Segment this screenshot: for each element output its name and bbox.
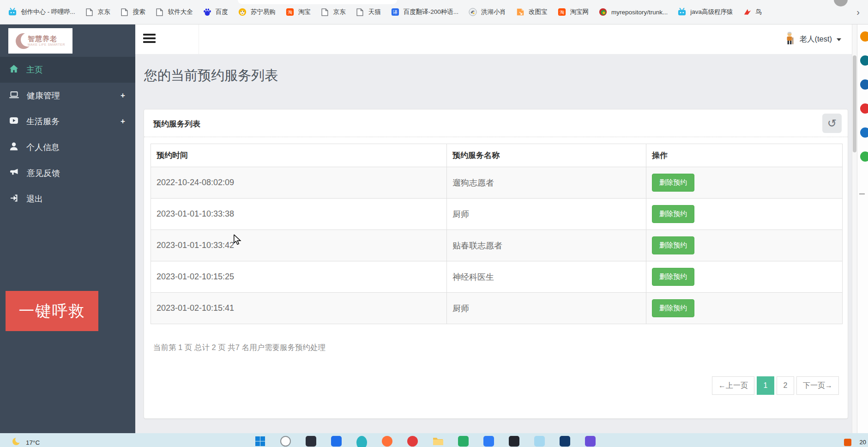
app-red-icon[interactable] xyxy=(407,436,418,447)
wechat-icon[interactable] xyxy=(458,436,469,447)
sidebar-item-label: 意见反馈 xyxy=(27,168,60,179)
ext-orange-icon[interactable] xyxy=(860,31,868,42)
bookmark-label: 天猫 xyxy=(368,8,381,16)
taskbar-weather[interactable]: 17°C xyxy=(11,436,40,447)
cell-service-name: 神经科医生 xyxy=(447,261,646,293)
menu-toggle-button[interactable] xyxy=(143,33,156,45)
bookmark-label: 鸟 xyxy=(756,8,762,16)
baidu-icon xyxy=(203,8,211,16)
search-icon[interactable] xyxy=(280,436,291,447)
page-button[interactable]: 1 xyxy=(757,376,774,395)
page-scrollbar[interactable] xyxy=(852,24,857,433)
app-dark-icon[interactable] xyxy=(306,436,316,447)
app-black-icon[interactable] xyxy=(509,436,519,447)
delete-appointment-button[interactable]: 删除预约 xyxy=(652,174,694,192)
user-dropdown[interactable]: 老人(test) xyxy=(782,24,844,54)
refresh-button[interactable]: ↺ xyxy=(822,114,842,133)
bookmark-item[interactable]: 京东 xyxy=(82,5,114,19)
app-purple-icon[interactable] xyxy=(585,436,596,447)
sidebar-item-megaphone[interactable]: 意见反馈 xyxy=(0,160,135,186)
bird-gray-icon xyxy=(469,8,477,16)
user-icon xyxy=(9,142,18,153)
delete-appointment-button[interactable]: 删除预约 xyxy=(652,299,694,317)
cell-action: 删除预约 xyxy=(646,167,843,199)
bookmark-label: 淘宝网 xyxy=(570,8,589,16)
tray-app-icon[interactable] xyxy=(844,439,851,446)
windows-start-icon[interactable] xyxy=(255,436,265,447)
column-header: 预约时间 xyxy=(151,144,447,167)
sidebar-item-monitor[interactable]: 健康管理+ xyxy=(0,83,135,109)
sidebar-item-user[interactable]: 个人信息 xyxy=(0,134,135,160)
app-lightblue-icon[interactable] xyxy=(534,436,545,447)
megaphone-icon xyxy=(9,168,19,179)
app-blue2-icon[interactable] xyxy=(483,436,494,447)
ext-blue-icon[interactable] xyxy=(860,79,868,90)
bookmark-item[interactable]: 淘淘宝 xyxy=(282,5,314,19)
bookmark-item[interactable]: 苏宁易购 xyxy=(235,5,279,19)
bookmarks-overflow-chevron[interactable]: › xyxy=(853,7,863,18)
cell-appointment-time: 2022-10-24-08:02:09 xyxy=(151,167,447,199)
bookmarks-bar: 创作中心 - 哔哩哔...京东搜索软件大全百度苏宁易购淘淘宝京东天猫译百度翻译-… xyxy=(0,0,868,24)
bookmark-item[interactable]: java高级程序猿 xyxy=(674,5,736,19)
column-header: 预约服务名称 xyxy=(447,144,646,167)
bookmark-label: 洪湖小肖 xyxy=(481,8,506,16)
ext-blue2-icon[interactable] xyxy=(860,127,868,138)
sidebar-item-label: 生活服务 xyxy=(26,116,60,127)
page-icon xyxy=(356,8,364,16)
ext-red-icon[interactable] xyxy=(860,103,868,114)
bookmark-item[interactable]: 洪湖小肖 xyxy=(465,5,510,19)
app-logo[interactable]: 智慧养老 MAKE LIFE SMARTER xyxy=(8,28,72,54)
extensions-divider xyxy=(859,193,865,194)
bookmark-label: java高级程序猿 xyxy=(690,8,733,16)
bookmark-item[interactable]: 百度 xyxy=(199,5,232,19)
page-icon xyxy=(85,8,94,16)
ext-green-icon[interactable] xyxy=(860,151,868,162)
sidebar: 智慧养老 MAKE LIFE SMARTER 主页健康管理+生活服务+个人信息意… xyxy=(0,24,135,433)
bookmark-item[interactable]: 鸟 xyxy=(740,5,766,19)
bookmark-label: 京东 xyxy=(98,8,110,16)
firefox-icon[interactable] xyxy=(382,436,392,447)
translate-icon: 译 xyxy=(391,8,399,16)
delete-appointment-button[interactable]: 删除预约 xyxy=(652,205,694,223)
table-row: 2022-10-24-08:02:09遛狗志愿者删除预约 xyxy=(151,167,843,199)
bookmark-item[interactable]: 淘淘宝网 xyxy=(554,5,593,19)
chevron-down-icon xyxy=(837,38,841,41)
folder-icon[interactable] xyxy=(433,436,443,447)
sidebar-item-home[interactable]: 主页 xyxy=(0,57,135,83)
bookmark-item[interactable]: 搜索 xyxy=(117,5,149,19)
sos-call-button[interactable]: 一键呼救 xyxy=(6,291,98,331)
column-header: 操作 xyxy=(646,144,843,167)
table-row: 2023-01-01-10:33:42贴春联志愿者删除预约 xyxy=(151,230,843,261)
next-page-button[interactable]: 下一页→ xyxy=(796,376,839,395)
bookmark-item[interactable]: myrepository/trunk... xyxy=(595,5,671,19)
sidebar-item-signout[interactable]: 退出 xyxy=(0,186,135,212)
edge-browser-icon[interactable] xyxy=(356,436,367,447)
ext-teal-icon[interactable] xyxy=(860,55,868,66)
cell-service-name: 遛狗志愿者 xyxy=(447,167,646,199)
delete-appointment-button[interactable]: 删除预约 xyxy=(652,268,694,286)
bookmark-item[interactable]: 译百度翻译-200种语... xyxy=(387,5,462,19)
bookmark-item[interactable]: 软件大全 xyxy=(152,5,197,19)
bookmark-item[interactable]: 改图宝 xyxy=(512,5,551,19)
sidebar-item-video[interactable]: 生活服务+ xyxy=(0,109,135,134)
table-row: 2023-01-02-10:15:41厨师删除预约 xyxy=(151,293,843,324)
sidebar-item-label: 主页 xyxy=(26,64,43,75)
elder-avatar xyxy=(784,31,795,47)
cell-service-name: 贴春联志愿者 xyxy=(447,230,646,261)
app-navy-icon[interactable] xyxy=(560,436,570,447)
page-button[interactable]: 2 xyxy=(777,376,794,395)
bookmark-item[interactable]: 天猫 xyxy=(352,5,385,19)
sidebar-item-label: 退出 xyxy=(26,193,43,205)
image-edit-icon xyxy=(516,8,524,16)
bookmark-item[interactable]: 创作中心 - 哔哩哔... xyxy=(5,5,79,19)
bookmark-label: 苏宁易购 xyxy=(251,8,276,16)
svg-text:淘: 淘 xyxy=(560,10,564,15)
prev-page-button[interactable]: ←上一页 xyxy=(712,376,754,395)
delete-appointment-button[interactable]: 删除预约 xyxy=(652,236,694,254)
bookmark-item[interactable]: 京东 xyxy=(317,5,350,19)
cell-action: 删除预约 xyxy=(646,261,843,293)
svg-text:译: 译 xyxy=(392,10,398,15)
svg-text:淘: 淘 xyxy=(288,10,292,15)
app-blue-icon[interactable] xyxy=(331,436,342,447)
scrollbar-thumb[interactable] xyxy=(853,55,856,152)
